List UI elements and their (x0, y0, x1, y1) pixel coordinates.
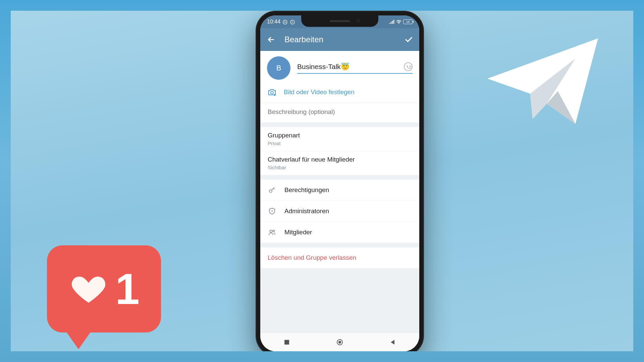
svg-point-2 (271, 91, 273, 94)
content-area: B Bild oder Video festlegen (260, 51, 419, 351)
permissions-row[interactable]: Berechtigungen (260, 180, 419, 200)
status-time: 10:44 (267, 19, 280, 25)
profile-row: B (260, 51, 419, 84)
nav-home-icon[interactable] (336, 339, 343, 346)
confirm-button[interactable] (404, 35, 413, 44)
group-type-value: Privat (268, 140, 412, 146)
administrators-label: Administratoren (284, 207, 329, 215)
like-bubble-tail (64, 329, 93, 349)
back-button[interactable] (266, 35, 276, 44)
dnd-icon (282, 19, 288, 24)
set-photo-label: Bild oder Video festlegen (284, 88, 355, 96)
svg-rect-6 (284, 340, 289, 345)
like-count: 1 (115, 264, 140, 314)
emoji-picker-icon[interactable] (404, 62, 413, 71)
shield-star-icon (268, 207, 276, 216)
camera-add-icon (268, 88, 276, 96)
group-type-label: Gruppenart (268, 132, 412, 139)
administrators-row[interactable]: Administratoren (260, 200, 419, 222)
settings-card: Gruppenart Privat Chatverlauf für neue M… (260, 127, 419, 175)
description-row[interactable] (260, 103, 419, 122)
chat-history-label: Chatverlauf für neue Mitglieder (268, 156, 412, 163)
background-frame: 10:44 16 (11, 11, 633, 351)
svg-point-1 (290, 20, 294, 24)
group-type-row[interactable]: Gruppenart Privat (260, 127, 419, 151)
avatar-letter: B (276, 64, 281, 72)
group-name-field[interactable] (297, 62, 413, 74)
svg-point-8 (338, 341, 341, 344)
header-title: Bearbeiten (284, 35, 404, 44)
permissions-label: Berechtigungen (284, 186, 329, 194)
phone-mockup: 10:44 16 (256, 11, 424, 351)
members-label: Mitglieder (284, 229, 312, 236)
whatsapp-icon (290, 19, 295, 24)
svg-point-5 (273, 230, 275, 232)
like-bubble: 1 (47, 245, 161, 333)
management-card: Berechtigungen Administratoren Mitgliede… (260, 180, 419, 243)
svg-point-3 (269, 190, 272, 192)
delete-leave-row[interactable]: Löschen und Gruppe verlassen (260, 247, 419, 268)
wifi-icon (396, 19, 401, 24)
android-nav-bar (260, 333, 419, 351)
delete-leave-label: Löschen und Gruppe verlassen (268, 254, 356, 261)
telegram-plane-icon (482, 31, 603, 131)
chat-history-value: Sichtbar (268, 165, 412, 170)
group-avatar[interactable]: B (267, 56, 290, 80)
members-icon (268, 228, 276, 237)
nav-back-icon[interactable] (389, 339, 396, 346)
nav-recents-icon[interactable] (283, 339, 290, 346)
svg-point-4 (270, 230, 272, 233)
set-photo-row[interactable]: Bild oder Video festlegen (260, 84, 419, 103)
phone-screen: 10:44 16 (260, 15, 419, 351)
key-icon (268, 186, 276, 194)
chat-history-row[interactable]: Chatverlauf für neue Mitglieder Sichtbar (260, 151, 419, 175)
battery-icon: 16 (403, 19, 413, 24)
app-header: Bearbeiten (260, 28, 419, 51)
heart-icon (68, 270, 109, 307)
danger-card: Löschen und Gruppe verlassen (260, 247, 419, 268)
description-input[interactable] (268, 108, 412, 116)
phone-notch (301, 15, 378, 27)
profile-card: B Bild oder Video festlegen (260, 51, 419, 122)
signal-icon (389, 19, 394, 24)
group-name-input[interactable] (297, 63, 401, 71)
members-row[interactable]: Mitglieder (260, 222, 419, 243)
